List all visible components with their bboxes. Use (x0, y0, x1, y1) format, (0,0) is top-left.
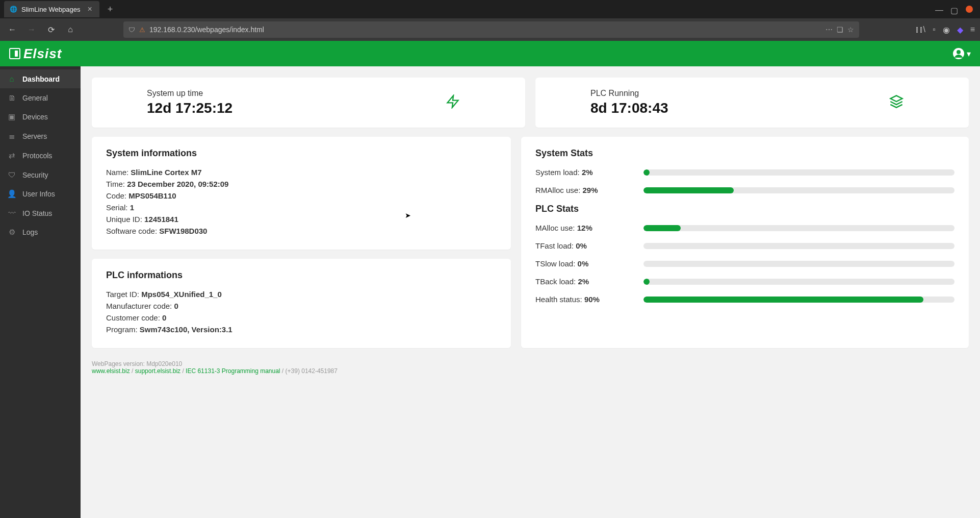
info-time: Time: 23 December 2020, 09:52:09 (106, 180, 497, 188)
sidebar-label: Devices (22, 113, 48, 121)
info-name: Name: SlimLine Cortex M7 (106, 168, 497, 177)
info-sw: Software code: SFW198D030 (106, 227, 497, 235)
brand-logo[interactable]: Elsist (9, 46, 62, 62)
shield-icon: 🛡 (7, 170, 16, 179)
footer-version: WebPages version: Mdp020e010 (92, 360, 969, 367)
info-serial: Serial: 1 (106, 203, 497, 212)
uptime-value: 12d 17:25:12 (147, 100, 233, 116)
plc-running-label: PLC Running (590, 89, 668, 98)
section-title: PLC Stats (535, 204, 955, 214)
sidebar-label: Servers (22, 132, 47, 140)
sidebar-label: IO Status (22, 209, 52, 217)
window-minimize-icon[interactable]: — (935, 6, 942, 13)
footer-link-elsist[interactable]: www.elsist.biz (92, 367, 130, 375)
sidebar-label: Logs (22, 228, 38, 236)
progress-bar (643, 225, 955, 231)
url-bar[interactable]: 🛡 ⚠ 192.168.0.230/webpages/index.html ⋯ … (123, 21, 859, 38)
user-icon: 👤 (7, 189, 16, 199)
progress-bar (643, 279, 955, 285)
stat-health: Health status: 90% (535, 295, 955, 304)
hamburger-menu-icon[interactable]: ≡ (970, 25, 975, 34)
user-avatar-icon (952, 47, 965, 60)
bolt-icon (446, 94, 460, 111)
svg-marker-2 (448, 95, 458, 107)
database-icon: ≣ (7, 132, 16, 141)
url-menu-icon[interactable]: ⋯ (826, 26, 833, 34)
new-tab-button[interactable]: + (104, 2, 117, 17)
plc-info-card: PLC informations Target ID: Mps054_XUnif… (92, 259, 511, 348)
sidebar-label: Dashboard (22, 75, 60, 83)
progress-fill (643, 225, 681, 231)
nav-bar: ← → ⟳ ⌂ 🛡 ⚠ 192.168.0.230/webpages/index… (0, 18, 980, 41)
sidebar-item-protocols[interactable]: ⇄ Protocols (0, 146, 81, 165)
extension-icon[interactable]: ◆ (957, 25, 963, 35)
info-mfg: Manufacturer code: 0 (106, 302, 497, 310)
section-title: System informations (106, 148, 497, 159)
reader-icon[interactable]: ❏ (837, 26, 843, 34)
info-cust: Customer code: 0 (106, 313, 497, 322)
stat-tback: TBack load: 2% (535, 277, 955, 286)
system-info-card: System informations Name: SlimLine Corte… (92, 137, 511, 250)
gear-icon: ⚙ (7, 228, 16, 237)
uptime-card: System up time 12d 17:25:12 (92, 78, 525, 128)
lock-warning-icon[interactable]: ⚠ (139, 26, 145, 34)
progress-fill (643, 279, 650, 285)
window-controls: — ▢ (935, 6, 980, 13)
sidebar-item-general[interactable]: 🗎 General (0, 88, 81, 107)
progress-bar (643, 169, 955, 176)
window-close-icon[interactable] (966, 6, 973, 13)
plc-running-value: 8d 17:08:43 (590, 100, 668, 116)
sidebar-label: General (22, 94, 48, 102)
stats-card: System Stats System load: 2% RMAlloc use… (521, 137, 969, 348)
library-icon[interactable]: ⫿⫿\ (915, 25, 925, 34)
progress-bar (643, 261, 955, 267)
brand-name: Elsist (23, 46, 62, 62)
info-target: Target ID: Mps054_XUnified_1_0 (106, 290, 497, 299)
progress-fill (643, 169, 650, 176)
footer-link-manual[interactable]: IEC 61131-3 Programming manual (186, 367, 280, 375)
stat-system-load: System load: 2% (535, 168, 955, 177)
activity-icon: 〰 (7, 209, 16, 217)
sidebar-item-devices[interactable]: ▣ Devices (0, 107, 81, 127)
footer-phone: (+39) 0142-451987 (286, 367, 338, 375)
sidebar-label: Security (22, 171, 48, 179)
back-button[interactable]: ← (5, 25, 19, 34)
progress-bar (643, 187, 955, 193)
sidebar-label: User Infos (22, 190, 55, 198)
sidebar-item-io-status[interactable]: 〰 IO Status (0, 204, 81, 223)
chevron-down-icon: ▾ (967, 49, 971, 59)
user-menu-button[interactable]: ▾ (952, 47, 971, 60)
progress-fill (643, 297, 923, 303)
reload-button[interactable]: ⟳ (44, 25, 58, 35)
sidebar-item-dashboard[interactable]: ⌂ Dashboard (0, 69, 81, 88)
info-prog: Program: Swm743c100, Version:3.1 (106, 325, 497, 334)
document-icon: 🗎 (7, 93, 16, 102)
sidebar: ⌂ Dashboard 🗎 General ▣ Devices ≣ Server… (0, 66, 81, 518)
chip-icon: ▣ (7, 112, 16, 121)
sidebar-item-logs[interactable]: ⚙ Logs (0, 223, 81, 242)
home-button[interactable]: ⌂ (63, 25, 78, 34)
bookmark-star-icon[interactable]: ☆ (847, 26, 854, 34)
sidebar-item-servers[interactable]: ≣ Servers (0, 127, 81, 146)
sidebar-item-security[interactable]: 🛡 Security (0, 165, 81, 184)
progress-bar (643, 243, 955, 249)
browser-tab[interactable]: 🌐 SlimLine Webpages × (4, 1, 99, 17)
window-maximize-icon[interactable]: ▢ (950, 6, 958, 13)
footer-link-support[interactable]: support.elsist.biz (135, 367, 180, 375)
info-code: Code: MPS054B110 (106, 191, 497, 200)
app-header: Elsist ▾ (0, 41, 980, 66)
tab-close-icon[interactable]: × (87, 5, 92, 14)
sidebar-toggle-icon[interactable]: ▫ (933, 25, 936, 34)
sidebar-label: Protocols (22, 152, 52, 160)
logo-mark-icon (9, 48, 20, 59)
progress-bar (643, 297, 955, 303)
section-title: PLC informations (106, 270, 497, 281)
shield-icon[interactable]: 🛡 (128, 26, 135, 34)
account-icon[interactable]: ◉ (943, 25, 950, 35)
uptime-label: System up time (147, 89, 233, 98)
url-text: 192.168.0.230/webpages/index.html (149, 26, 264, 34)
home-icon: ⌂ (7, 75, 16, 83)
info-uid: Unique ID: 12451841 (106, 215, 497, 224)
stat-tslow: TSlow load: 0% (535, 259, 955, 268)
sidebar-item-user-infos[interactable]: 👤 User Infos (0, 184, 81, 204)
